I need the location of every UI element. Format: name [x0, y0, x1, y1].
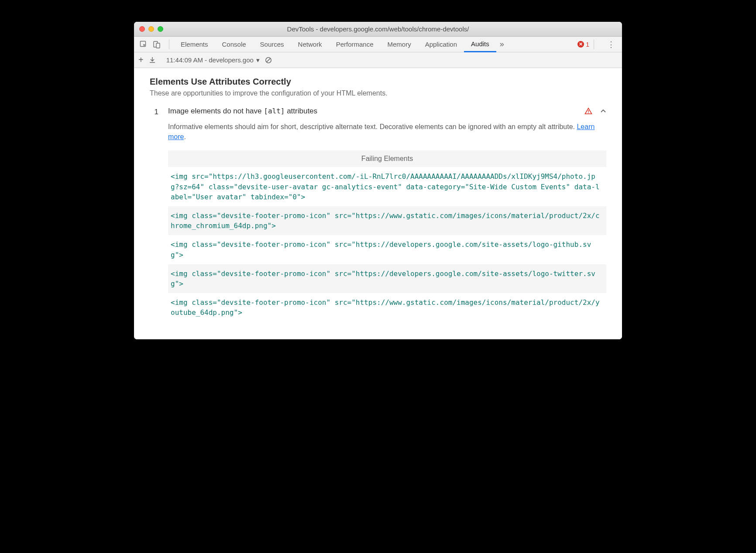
- titlebar: DevTools - developers.google.com/web/too…: [134, 22, 622, 37]
- audit-title-code: [alt]: [264, 107, 285, 115]
- audit-description: Informative elements should aim for shor…: [168, 122, 606, 142]
- overflow-tabs-icon[interactable]: »: [496, 40, 508, 49]
- failing-elements-header: Failing Elements: [168, 150, 606, 167]
- clear-icon[interactable]: [265, 57, 272, 64]
- dropdown-icon: ▾: [256, 56, 260, 64]
- audit-desc-text: Informative elements should aim for shor…: [168, 123, 577, 130]
- audit-desc-post: .: [184, 133, 186, 140]
- section-subtitle: These are opportunities to improve the c…: [150, 89, 606, 97]
- tab-memory[interactable]: Memory: [381, 37, 418, 52]
- window-title: DevTools - developers.google.com/web/too…: [134, 25, 622, 33]
- audit-run-label: 11:44:09 AM - developers.goo: [166, 56, 254, 64]
- error-icon: ✕: [577, 41, 584, 48]
- tab-network[interactable]: Network: [291, 37, 329, 52]
- new-audit-icon[interactable]: +: [138, 55, 144, 65]
- audit-run-selector[interactable]: 11:44:09 AM - developers.goo ▾: [166, 56, 260, 64]
- failing-element[interactable]: <img class="devsite-footer-promo-icon" s…: [168, 264, 606, 293]
- audit-title: Image elements do not have [alt] attribu…: [168, 107, 584, 116]
- error-count: 1: [586, 41, 589, 48]
- svg-rect-0: [141, 41, 146, 46]
- section-title: Elements Use Attributes Correctly: [150, 77, 606, 87]
- separator: [169, 40, 169, 49]
- audit-item: 1 Image elements do not have [alt] attri…: [150, 107, 606, 322]
- separator: [594, 40, 594, 49]
- error-count-badge[interactable]: ✕ 1: [577, 41, 589, 48]
- svg-rect-3: [150, 62, 155, 63]
- devtools-window: DevTools - developers.google.com/web/too…: [134, 22, 622, 339]
- tab-sources[interactable]: Sources: [253, 37, 291, 52]
- audit-header[interactable]: Image elements do not have [alt] attribu…: [168, 107, 606, 116]
- audits-toolbar: + 11:44:09 AM - developers.goo ▾: [134, 52, 622, 68]
- settings-menu-icon[interactable]: ⋮: [605, 40, 618, 49]
- audit-content: Elements Use Attributes Correctly These …: [134, 68, 622, 339]
- warning-icon: [584, 107, 592, 115]
- download-report-icon[interactable]: [149, 57, 156, 64]
- audit-title-pre: Image elements do not have: [168, 107, 264, 115]
- svg-line-5: [266, 58, 270, 62]
- audit-title-post: attributes: [285, 107, 317, 115]
- tab-performance[interactable]: Performance: [329, 37, 381, 52]
- panel-tabs: Elements Console Sources Network Perform…: [174, 37, 572, 52]
- failing-element[interactable]: <img src="https://lh3.googleusercontent.…: [168, 167, 606, 206]
- failing-element[interactable]: <img class="devsite-footer-promo-icon" s…: [168, 235, 606, 264]
- inspect-element-icon[interactable]: [138, 39, 149, 50]
- failing-element[interactable]: <img class="devsite-footer-promo-icon" s…: [168, 206, 606, 235]
- chevron-up-icon[interactable]: [600, 108, 606, 114]
- tab-elements[interactable]: Elements: [174, 37, 215, 52]
- devtools-tabbar: Elements Console Sources Network Perform…: [134, 37, 622, 52]
- device-toolbar-icon[interactable]: [151, 39, 162, 50]
- tab-audits[interactable]: Audits: [464, 37, 496, 52]
- audit-number: 1: [150, 107, 158, 116]
- svg-rect-7: [588, 113, 589, 113]
- tab-application[interactable]: Application: [418, 37, 464, 52]
- svg-rect-6: [588, 110, 589, 112]
- failing-element[interactable]: <img class="devsite-footer-promo-icon" s…: [168, 293, 606, 322]
- svg-rect-2: [156, 43, 160, 48]
- tab-console[interactable]: Console: [215, 37, 253, 52]
